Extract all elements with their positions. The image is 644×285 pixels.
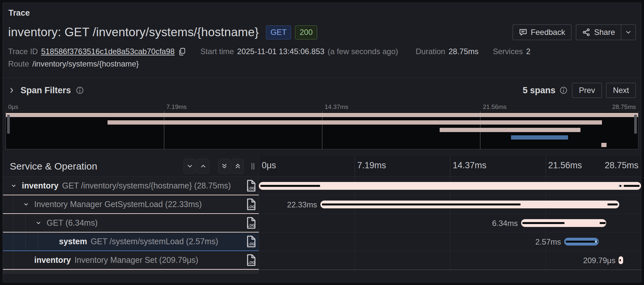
- span-row[interactable]: inventoryInventory Manager Set (209.79μs…: [3, 251, 641, 270]
- indent-guide: [25, 232, 26, 250]
- route-label: Route: [8, 59, 29, 68]
- span-row[interactable]: systemGET /system/systemLoad (2.57ms)LOG…: [3, 232, 641, 251]
- span-bar-cell[interactable]: 6.34ms: [259, 214, 641, 232]
- horizontal-scrollbar[interactable]: [3, 270, 259, 274]
- status-badge: 200: [295, 25, 317, 39]
- share-button-group: Share: [576, 24, 636, 40]
- info-icon[interactable]: [76, 86, 84, 95]
- timeline-tick-label: 28.75ms: [612, 103, 636, 111]
- feedback-label: Feedback: [531, 28, 565, 37]
- minimap-tick-labels: 0μs7.19ms14.37ms21.56ms28.75ms: [6, 103, 638, 111]
- duration-label: Duration: [416, 47, 445, 56]
- services-label: Services: [493, 47, 523, 56]
- span-row[interactable]: GET (6.34ms)LOG6.34ms: [3, 214, 641, 232]
- timeline-tick-label: 7.19ms: [167, 103, 187, 111]
- expand-all-button[interactable]: [231, 159, 244, 174]
- span-tree-cell[interactable]: Inventory Manager GetSystemLoad (22.33ms…: [3, 195, 259, 214]
- timeline-tick-label: 21.56ms: [483, 103, 507, 111]
- minimap-span-bar[interactable]: [511, 135, 568, 140]
- critical-path-segment: [595, 241, 597, 243]
- minimap-left-drag-handle[interactable]: [7, 115, 10, 134]
- minimap-span-bar[interactable]: [108, 120, 602, 125]
- gridline: [546, 156, 546, 176]
- critical-path-segment: [600, 222, 606, 224]
- minimap-span-bar[interactable]: [601, 143, 607, 147]
- span-service-name: inventory: [22, 181, 59, 190]
- share-button[interactable]: Share: [576, 24, 621, 40]
- copy-icon[interactable]: [178, 47, 186, 56]
- span-bar-cell[interactable]: 22.33ms: [259, 195, 641, 214]
- timeline-tick-label: 7.19ms: [357, 160, 386, 171]
- timeline-tick-label: 21.56ms: [548, 160, 582, 171]
- indent-guide: [13, 214, 13, 232]
- span-bar-cell[interactable]: [259, 177, 641, 195]
- span-logs-button[interactable]: LOG: [246, 235, 256, 248]
- indent-guide: [13, 251, 13, 269]
- expand-one-button[interactable]: [197, 159, 209, 174]
- collapse-button-group: [183, 159, 209, 174]
- minimap-span-bar[interactable]: [6, 113, 638, 117]
- critical-path-segment: [597, 241, 598, 243]
- gridline: [355, 156, 355, 176]
- indent-guide: [25, 214, 26, 232]
- svg-text:LOG: LOG: [247, 223, 255, 227]
- span-count-info-icon[interactable]: [559, 86, 568, 95]
- critical-path-segment: [620, 259, 621, 261]
- expand-chevron-icon[interactable]: [36, 220, 47, 226]
- trace-panel: Trace inventory: GET /inventory/systems/…: [3, 3, 641, 282]
- collapse-one-button[interactable]: [183, 159, 196, 174]
- prev-span-button[interactable]: Prev: [572, 83, 602, 98]
- minimap-right-drag-handle[interactable]: [634, 115, 637, 134]
- span-operation-name: GET (6.34ms): [47, 218, 98, 228]
- span-logs-button[interactable]: LOG: [246, 217, 256, 229]
- method-badge: GET: [266, 25, 291, 39]
- duration-value: 28.75ms: [448, 47, 478, 56]
- span-tree-cell[interactable]: inventoryGET /inventory/systems/{hostnam…: [3, 177, 259, 195]
- span-duration-label: 209.79μs: [583, 251, 615, 270]
- span-logs-button[interactable]: LOG: [246, 198, 256, 210]
- collapse-all-button-group: [217, 159, 244, 174]
- critical-path-segment: [622, 185, 622, 187]
- chevron-down-icon: [187, 163, 193, 169]
- next-span-button[interactable]: Next: [606, 83, 636, 98]
- timeline-tick-label: 14.37ms: [453, 160, 487, 171]
- expand-chevron-icon[interactable]: [11, 183, 22, 188]
- expand-chevron-icon[interactable]: [23, 202, 34, 207]
- timeline-tick-header: 0μs7.19ms14.37ms21.56ms28.75ms: [259, 156, 641, 176]
- collapse-all-button[interactable]: [218, 159, 230, 174]
- page-title: inventory: GET /inventory/systems/{hostn…: [8, 25, 259, 39]
- trace-id-label: Trace ID: [8, 47, 38, 56]
- span-row[interactable]: Inventory Manager GetSystemLoad (22.33ms…: [3, 195, 641, 214]
- trace-meta-row: Trace ID 518586f3763516c1de8a53cab70cfa9…: [8, 46, 636, 57]
- critical-path-segment: [619, 185, 620, 187]
- share-dropdown-button[interactable]: [621, 24, 636, 40]
- span-tree-cell[interactable]: GET (6.34ms)LOG: [3, 214, 259, 232]
- panel-resize-handle[interactable]: [252, 163, 254, 170]
- span-rows: inventoryGET /inventory/systems/{hostnam…: [3, 177, 641, 270]
- critical-path-segment: [260, 185, 320, 187]
- feedback-button[interactable]: Feedback: [513, 24, 571, 40]
- minimap-span-bar[interactable]: [440, 128, 581, 132]
- minimap-canvas[interactable]: [6, 111, 638, 149]
- span-count: 5 spans: [523, 85, 556, 96]
- span-operation-name: Inventory Manager GetSystemLoad (22.33ms…: [34, 200, 202, 209]
- span-tree-cell[interactable]: inventoryInventory Manager Set (209.79μs…: [3, 251, 259, 270]
- span-logs-button[interactable]: LOG: [246, 180, 256, 192]
- trace-id-link[interactable]: 518586f3763516c1de8a53cab70cfa98: [41, 47, 175, 56]
- span-tree-cell[interactable]: systemGET /system/systemLoad (2.57ms)LOG: [3, 232, 259, 251]
- timeline-tick-label: 14.37ms: [325, 103, 348, 111]
- span-logs-button[interactable]: LOG: [246, 254, 256, 266]
- svg-text:LOG: LOG: [247, 186, 255, 190]
- indent-guide: [38, 232, 38, 250]
- trace-timeline-section: Service & Operation: [3, 156, 641, 274]
- start-time-relative: (a few seconds ago): [328, 47, 398, 56]
- panel-title: Trace: [8, 8, 641, 18]
- svg-text:LOG: LOG: [247, 242, 255, 246]
- span-row[interactable]: inventoryGET /inventory/systems/{hostnam…: [3, 177, 641, 195]
- span-operation-name: GET /system/systemLoad (2.57ms): [91, 237, 218, 246]
- svg-text:LOG: LOG: [247, 261, 255, 264]
- svg-text:LOG: LOG: [247, 205, 255, 209]
- span-bar-cell[interactable]: 209.79μs: [259, 251, 641, 270]
- span-filters-expand-chevron-icon[interactable]: [8, 87, 15, 94]
- span-bar-cell[interactable]: 2.57ms: [259, 232, 641, 251]
